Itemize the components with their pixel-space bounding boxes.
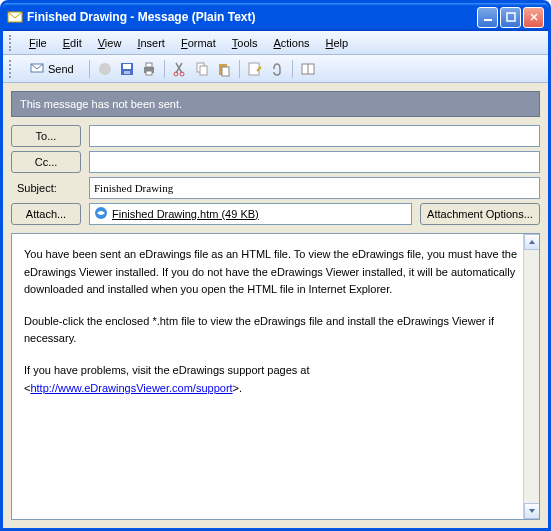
to-input[interactable]	[89, 125, 540, 147]
cc-button[interactable]: Cc...	[11, 151, 81, 173]
menu-help[interactable]: Help	[318, 35, 357, 51]
vertical-scrollbar[interactable]	[523, 234, 539, 519]
menubar: File Edit View Insert Format Tools Actio…	[3, 31, 548, 55]
body-paragraph: If you have problems, visit the eDrawing…	[24, 362, 527, 397]
svg-rect-16	[222, 67, 229, 76]
svg-rect-6	[123, 64, 131, 69]
copy-icon[interactable]	[193, 60, 211, 78]
attachment-filename[interactable]: Finished Drawing.htm (49 KB)	[112, 208, 259, 220]
addressbook-icon[interactable]	[299, 60, 317, 78]
cc-input[interactable]	[89, 151, 540, 173]
scroll-down-button[interactable]	[524, 503, 540, 519]
svg-rect-2	[507, 13, 515, 21]
cc-row: Cc...	[11, 151, 540, 173]
subject-input[interactable]	[89, 177, 540, 199]
app-icon	[7, 9, 23, 25]
window-controls	[477, 7, 544, 28]
body-text: >.	[233, 382, 242, 394]
separator	[239, 60, 240, 78]
menu-file[interactable]: File	[21, 35, 55, 51]
paste-icon[interactable]	[215, 60, 233, 78]
toolbar: Send	[3, 55, 548, 83]
to-button[interactable]: To...	[11, 125, 81, 147]
menu-grip[interactable]	[9, 35, 15, 51]
separator	[164, 60, 165, 78]
message-header: This message has not been sent. To... Cc…	[3, 83, 548, 233]
scroll-up-button[interactable]	[524, 234, 540, 250]
ie-icon	[94, 206, 108, 222]
send-label: Send	[48, 63, 74, 75]
support-link[interactable]: http://www.eDrawingsViewer.com/support	[30, 382, 232, 394]
to-row: To...	[11, 125, 540, 147]
separator	[89, 60, 90, 78]
titlebar[interactable]: Finished Drawing - Message (Plain Text)	[3, 3, 548, 31]
svg-rect-10	[146, 71, 152, 75]
attachment-options-button[interactable]: Attachment Options...	[420, 203, 540, 225]
svg-rect-14	[200, 66, 207, 75]
toolbar-grip[interactable]	[9, 60, 15, 78]
send-button[interactable]: Send	[21, 58, 83, 80]
subject-row: Subject:	[11, 177, 540, 199]
save-icon[interactable]	[118, 60, 136, 78]
send-icon	[30, 61, 44, 77]
menu-insert[interactable]: Insert	[129, 35, 173, 51]
menu-format[interactable]: Format	[173, 35, 224, 51]
subject-label: Subject:	[11, 182, 81, 194]
print-icon[interactable]	[140, 60, 158, 78]
svg-point-4	[99, 63, 111, 75]
maximize-button[interactable]	[500, 7, 521, 28]
separator	[292, 60, 293, 78]
menu-tools[interactable]: Tools	[224, 35, 266, 51]
notice-bar: This message has not been sent.	[11, 91, 540, 117]
accounts-icon[interactable]	[96, 60, 114, 78]
menu-actions[interactable]: Actions	[265, 35, 317, 51]
svg-rect-1	[484, 19, 492, 21]
window-title: Finished Drawing - Message (Plain Text)	[27, 10, 477, 24]
close-button[interactable]	[523, 7, 544, 28]
message-body[interactable]: You have been sent an eDrawings file as …	[11, 233, 540, 520]
attach-row: Attach... Finished Drawing.htm (49 KB) A…	[11, 203, 540, 225]
minimize-button[interactable]	[477, 7, 498, 28]
menu-view[interactable]: View	[90, 35, 130, 51]
signature-icon[interactable]	[246, 60, 264, 78]
menu-edit[interactable]: Edit	[55, 35, 90, 51]
svg-rect-9	[146, 63, 152, 67]
svg-rect-17	[249, 63, 259, 75]
attach-button[interactable]: Attach...	[11, 203, 81, 225]
svg-rect-7	[124, 71, 130, 74]
message-window: Finished Drawing - Message (Plain Text) …	[0, 0, 551, 531]
body-paragraph: You have been sent an eDrawings file as …	[24, 246, 527, 299]
body-paragraph: Double-click the enclosed *.htm file to …	[24, 313, 527, 348]
attach-box[interactable]: Finished Drawing.htm (49 KB)	[89, 203, 412, 225]
attach-icon[interactable]	[268, 60, 286, 78]
cut-icon[interactable]	[171, 60, 189, 78]
